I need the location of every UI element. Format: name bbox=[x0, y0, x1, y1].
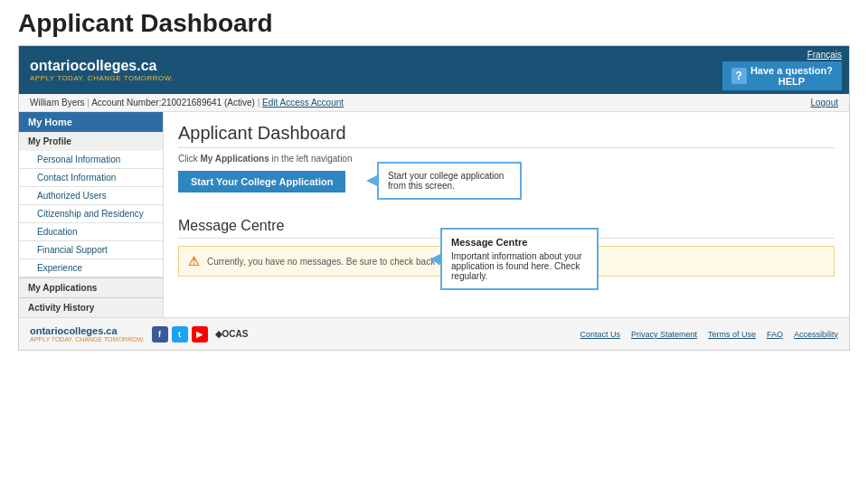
footer-accessibility[interactable]: Accessibility bbox=[794, 330, 838, 339]
top-nav-right: Français ? Have a question?HELP bbox=[715, 46, 849, 94]
question-icon: ? bbox=[731, 68, 747, 84]
start-callout-container: Start your college application from this… bbox=[377, 162, 522, 200]
message-centre-section: Message Centre ⚠ Currently, you have no … bbox=[178, 218, 835, 277]
sidebar-item-citizenship-residency[interactable]: Citizenship and Residency bbox=[19, 205, 163, 223]
logo-text: ontariocolleges.ca bbox=[30, 58, 174, 74]
user-name: William Byers bbox=[30, 98, 85, 108]
account-info: William Byers | Account Number:210021689… bbox=[30, 98, 344, 108]
footer-logo: ontariocolleges.ca APPLY TODAY. CHANGE T… bbox=[30, 325, 145, 343]
youtube-icon[interactable]: ▶ bbox=[192, 326, 208, 343]
sidebar: My Home My Profile Personal Information … bbox=[19, 112, 164, 317]
sidebar-item-education[interactable]: Education bbox=[19, 223, 163, 241]
footer: ontariocolleges.ca APPLY TODAY. CHANGE T… bbox=[19, 317, 849, 350]
mc-callout-container: Message Centre Important information abo… bbox=[440, 228, 599, 290]
start-callout-arrow bbox=[366, 174, 379, 187]
account-number: Account Number:210021689641 (Active) bbox=[91, 98, 255, 108]
footer-contact-us[interactable]: Contact Us bbox=[580, 330, 620, 339]
help-label: Have a question?HELP bbox=[750, 65, 833, 87]
start-college-application-button[interactable]: Start Your College Application bbox=[178, 171, 345, 192]
sidebar-item-financial-support[interactable]: Financial Support bbox=[19, 241, 163, 259]
logo-subtext: APPLY TODAY. CHANGE TOMORROW. bbox=[30, 74, 174, 82]
start-btn-wrapper: Start Your College Application Start you… bbox=[178, 171, 345, 203]
sidebar-item-authorized-users[interactable]: Authorized Users bbox=[19, 187, 163, 205]
dashboard-heading: Applicant Dashboard bbox=[178, 123, 835, 148]
start-callout-text: Start your college application from this… bbox=[388, 171, 504, 191]
sidebar-my-home[interactable]: My Home bbox=[19, 112, 163, 132]
footer-logo-text: ontariocolleges.ca bbox=[30, 325, 145, 336]
start-callout-box: Start your college application from this… bbox=[377, 162, 522, 200]
sidebar-activity-history[interactable]: Activity History bbox=[19, 297, 163, 317]
facebook-icon[interactable]: f bbox=[152, 326, 168, 343]
mc-callout-box: Message Centre Important information abo… bbox=[440, 228, 599, 290]
social-icons: f t ▶ bbox=[152, 326, 208, 343]
top-nav: ontariocolleges.ca APPLY TODAY. CHANGE T… bbox=[19, 46, 849, 94]
sidebar-my-profile[interactable]: My Profile bbox=[19, 132, 163, 151]
logo-area: ontariocolleges.ca APPLY TODAY. CHANGE T… bbox=[19, 46, 184, 94]
mc-callout-body: Important information about your applica… bbox=[451, 251, 582, 281]
footer-faq[interactable]: FAQ bbox=[767, 330, 783, 339]
main-content: My Home My Profile Personal Information … bbox=[19, 112, 849, 317]
edit-access-link[interactable]: Edit Access Account bbox=[262, 98, 344, 108]
help-button[interactable]: ? Have a question?HELP bbox=[722, 61, 842, 90]
sidebar-my-applications[interactable]: My Applications bbox=[19, 277, 163, 297]
mc-callout-arrow bbox=[429, 253, 442, 266]
footer-right: Contact Us Privacy Statement Terms of Us… bbox=[580, 330, 838, 339]
warning-icon: ⚠ bbox=[188, 254, 200, 268]
message-warning-wrapper: ⚠ Currently, you have no messages. Be su… bbox=[178, 246, 835, 277]
browser-container: ontariocolleges.ca APPLY TODAY. CHANGE T… bbox=[18, 45, 850, 351]
account-bar: William Byers | Account Number:210021689… bbox=[19, 94, 849, 112]
footer-terms-of-use[interactable]: Terms of Use bbox=[708, 330, 756, 339]
message-warning-text: Currently, you have no messages. Be sure… bbox=[207, 257, 458, 267]
footer-privacy-statement[interactable]: Privacy Statement bbox=[631, 330, 697, 339]
mc-callout-title: Message Centre bbox=[451, 237, 588, 248]
footer-logo-sub: APPLY TODAY. CHANGE TOMORROW. bbox=[30, 336, 145, 343]
sidebar-item-experience[interactable]: Experience bbox=[19, 259, 163, 277]
page-title: Applicant Dashboard bbox=[0, 0, 868, 45]
twitter-icon[interactable]: t bbox=[172, 326, 188, 343]
sidebar-item-personal-information[interactable]: Personal Information bbox=[19, 151, 163, 169]
sidebar-item-contact-information[interactable]: Contact Information bbox=[19, 169, 163, 187]
ocas-logo: ◆OCAS bbox=[215, 329, 249, 339]
footer-left: ontariocolleges.ca APPLY TODAY. CHANGE T… bbox=[30, 325, 248, 343]
logout-button[interactable]: Logout bbox=[810, 98, 838, 108]
francais-link[interactable]: Français bbox=[807, 50, 842, 60]
right-panel: Applicant Dashboard Click My Application… bbox=[164, 112, 849, 317]
